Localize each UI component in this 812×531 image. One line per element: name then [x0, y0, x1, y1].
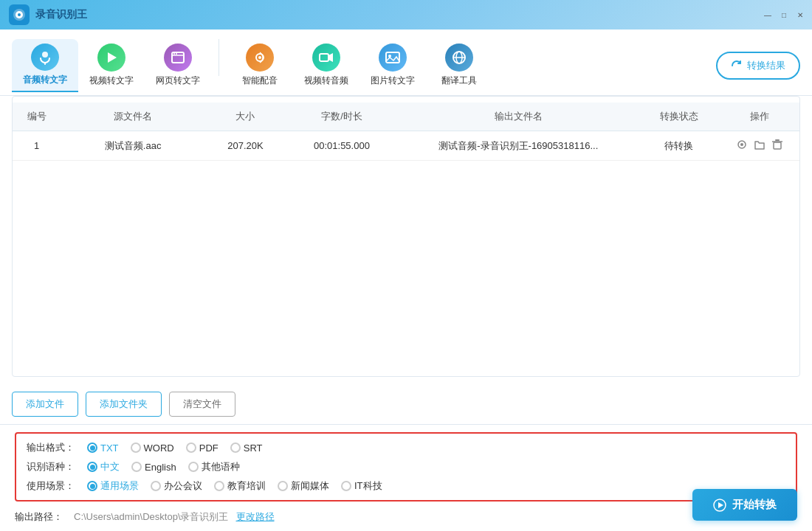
lang-chinese-label: 中文 [100, 460, 120, 473]
tab-image-to-text-label: 图片转文字 [371, 74, 415, 87]
table-row: 1 测试音频.aac 207.20K 00:01:55.000 测试音频-录音识… [13, 131, 799, 161]
cell-out-file: 测试音频-录音识别王-16905318116... [398, 131, 639, 161]
convert-result-button[interactable]: 转换结果 [716, 52, 800, 80]
svg-rect-12 [320, 54, 328, 61]
col-header-no: 编号 [13, 103, 61, 131]
format-txt[interactable]: TXT [87, 442, 119, 454]
col-header-action: 操作 [719, 103, 799, 131]
col-header-status: 转换状态 [639, 103, 719, 131]
tab-video-to-audio-label: 视频转音频 [304, 74, 348, 87]
scene-news-radio[interactable] [278, 481, 288, 491]
scene-education-label: 教育培训 [227, 479, 266, 493]
settings-box: 输出格式： TXT WORD PDF [15, 432, 797, 502]
cell-src-file: 测试音频.aac [61, 131, 205, 161]
start-convert-label: 开始转换 [732, 498, 777, 512]
folder-icon[interactable] [754, 139, 765, 153]
format-word-radio[interactable] [131, 442, 141, 453]
scene-office-radio[interactable] [151, 481, 161, 491]
app-logo [9, 4, 30, 25]
cell-status: 待转换 [639, 131, 719, 161]
format-srt-radio[interactable] [230, 442, 241, 453]
cell-actions [719, 131, 799, 161]
toolbar-right: 转换结果 [716, 52, 800, 80]
action-icons-row [725, 139, 794, 153]
scene-education-radio[interactable] [214, 481, 224, 491]
close-button[interactable]: ✕ [794, 9, 806, 21]
tab-smart-dubbing-label: 智能配音 [242, 74, 278, 87]
lang-chinese-radio[interactable] [87, 462, 97, 472]
scene-news[interactable]: 新闻媒体 [278, 479, 329, 493]
format-word-label: WORD [144, 442, 174, 454]
table-header: 编号 源文件名 大小 字数/时长 输出文件名 转换状态 操作 [13, 103, 799, 131]
scene-education[interactable]: 教育培训 [214, 479, 266, 493]
svg-point-2 [18, 13, 21, 16]
change-path-button[interactable]: 更改路径 [236, 510, 275, 524]
lang-other-radio[interactable] [188, 462, 199, 472]
add-file-button[interactable]: 添加文件 [12, 392, 78, 417]
scene-label: 使用场景： [27, 479, 78, 493]
scene-office[interactable]: 办公会议 [151, 479, 202, 493]
tab-video-to-audio[interactable]: 视频转音频 [293, 39, 359, 92]
web-to-text-icon [164, 44, 192, 72]
output-path-value: C:\Users\admin\Desktop\录音识别王 [74, 510, 229, 524]
tab-translate-tool[interactable]: 翻译工具 [426, 39, 492, 92]
table-body: 1 测试音频.aac 207.20K 00:01:55.000 测试音频-录音识… [13, 131, 799, 161]
start-convert-button[interactable]: 开始转换 [692, 489, 797, 521]
lang-english[interactable]: English [131, 462, 176, 473]
image-to-text-icon [379, 44, 407, 72]
play-icon [713, 499, 726, 512]
scene-row: 使用场景： 通用场景 办公会议 教育培训 [27, 479, 785, 493]
tab-video-to-text[interactable]: 视频转文字 [78, 39, 145, 92]
format-srt-label: SRT [244, 442, 263, 454]
tab-image-to-text[interactable]: 图片转文字 [359, 39, 426, 92]
format-txt-radio[interactable] [87, 442, 97, 453]
svg-marker-13 [328, 53, 333, 62]
svg-point-11 [258, 56, 261, 59]
scene-it[interactable]: IT科技 [341, 479, 382, 493]
col-header-src: 源文件名 [61, 103, 205, 131]
lang-english-radio[interactable] [131, 462, 142, 472]
settings-area: 输出格式： TXT WORD PDF [0, 424, 812, 531]
scene-news-label: 新闻媒体 [291, 479, 329, 493]
col-header-out: 输出文件名 [398, 103, 639, 131]
video-to-audio-icon [312, 44, 340, 72]
tab-translate-tool-label: 翻译工具 [441, 74, 477, 87]
tab-video-to-text-label: 视频转文字 [89, 74, 134, 87]
tab-list: 音频转文字 视频转文字 [12, 39, 492, 92]
format-srt[interactable]: SRT [230, 442, 263, 454]
output-format-row: 输出格式： TXT WORD PDF [27, 441, 785, 454]
format-word[interactable]: WORD [131, 442, 174, 454]
output-format-label: 输出格式： [27, 441, 78, 454]
scene-general[interactable]: 通用场景 [87, 479, 139, 493]
scene-general-radio[interactable] [87, 481, 97, 491]
minimize-button[interactable]: — [762, 9, 774, 21]
lang-chinese[interactable]: 中文 [87, 460, 120, 473]
svg-point-20 [740, 143, 743, 146]
lang-english-label: English [145, 462, 176, 473]
lang-other[interactable]: 其他语种 [188, 460, 240, 473]
tab-audio-to-text[interactable]: 音频转文字 [12, 39, 78, 92]
table-container: 编号 源文件名 大小 字数/时长 输出文件名 转换状态 操作 1 测试音频.aa… [0, 96, 812, 424]
tab-web-to-text[interactable]: 网页转文字 [145, 39, 211, 92]
svg-rect-21 [774, 142, 781, 149]
scene-it-radio[interactable] [341, 481, 351, 491]
smart-dubbing-icon [246, 44, 274, 72]
maximize-button[interactable]: □ [778, 9, 790, 21]
format-pdf-radio[interactable] [186, 442, 196, 453]
translate-tool-icon [445, 44, 473, 72]
preview-icon[interactable] [736, 139, 748, 153]
add-folder-button[interactable]: 添加文件夹 [86, 392, 162, 417]
tab-web-to-text-label: 网页转文字 [156, 74, 200, 87]
scene-office-label: 办公会议 [164, 479, 202, 493]
col-header-duration: 字数/时长 [286, 103, 398, 131]
language-row: 识别语种： 中文 English 其他语种 [27, 460, 785, 473]
svg-point-8 [173, 53, 175, 55]
clear-files-button[interactable]: 清空文件 [169, 392, 235, 417]
format-pdf[interactable]: PDF [186, 442, 219, 454]
cell-size: 207.20K [205, 131, 286, 161]
output-path-label: 输出路径： [15, 510, 66, 524]
scene-general-label: 通用场景 [100, 479, 139, 493]
tab-smart-dubbing[interactable]: 智能配音 [227, 39, 293, 92]
svg-point-9 [176, 53, 177, 55]
delete-icon[interactable] [771, 139, 783, 153]
